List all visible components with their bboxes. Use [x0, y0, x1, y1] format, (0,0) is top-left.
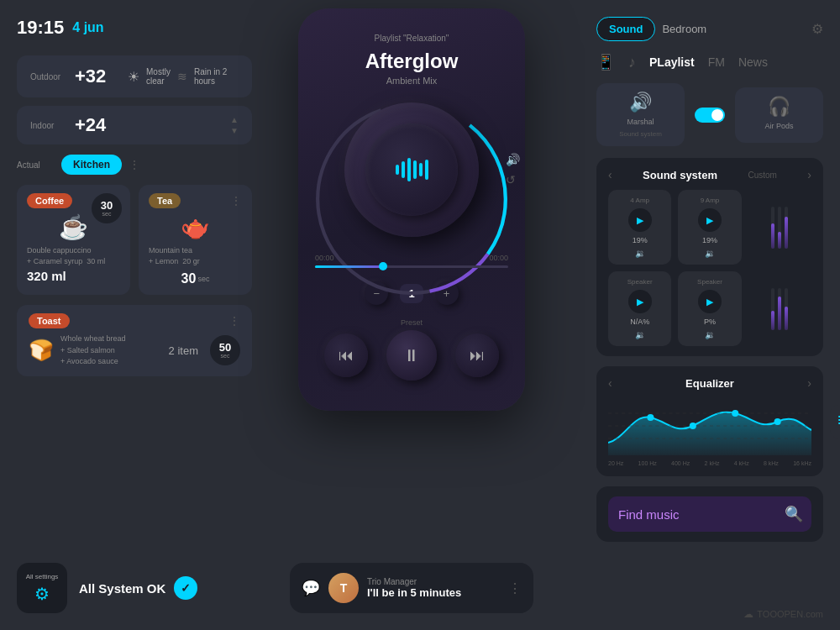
coffee-timer: 30 sec	[92, 193, 122, 223]
volume-icon[interactable]: 🔊	[506, 153, 520, 166]
vol-slider-2[interactable]	[778, 207, 781, 249]
vol-slider-5[interactable]	[778, 288, 781, 330]
watermark-text: TOOOPEN.com	[757, 609, 823, 619]
vol-slider-6[interactable]	[785, 288, 788, 330]
equalizer-card: ‹ Equalizer ›	[596, 366, 823, 476]
outdoor-label: Outdoor	[30, 72, 68, 81]
tab-fm[interactable]: FM	[708, 55, 725, 69]
progress-track[interactable]	[315, 265, 508, 268]
sound-system-header: ‹ Sound system Custom ›	[608, 168, 811, 181]
speaker2-play-button[interactable]: ▶	[698, 290, 722, 313]
amp2-vol-icon[interactable]: 🔉	[705, 249, 715, 258]
repeat-icon[interactable]: ↺	[506, 173, 520, 186]
left-panel: 19:15 4 jun Outdoor +32 ☀ Mostly clear ≋…	[17, 17, 252, 386]
tab-playlist[interactable]: PLaylist	[649, 55, 695, 69]
sound-header: Sound Bedroom ⚙	[596, 17, 823, 41]
room-menu-icon[interactable]: ⋮	[129, 158, 140, 171]
indoor-adjust[interactable]: ▲ ▼	[230, 115, 239, 135]
toast-badge[interactable]: Toast	[29, 313, 70, 328]
ok-badge: ✓	[174, 576, 197, 600]
tea-timer-num: 30	[181, 271, 197, 286]
amp1-label: 4 Amp	[630, 197, 649, 204]
volume-knob-area: 🔊 ↺	[315, 102, 508, 237]
vol-slider-1[interactable]	[771, 207, 774, 249]
all-settings-button[interactable]: All settings ⚙	[17, 563, 67, 613]
eq-label-1: 100 Hz	[638, 460, 657, 466]
coffee-timer-unit: sec	[102, 211, 112, 217]
chat-icon[interactable]: 💬	[302, 579, 320, 597]
gear-icon: ⚙	[34, 584, 50, 604]
amp2-play-button[interactable]: ▶	[698, 208, 722, 232]
bedroom-tab[interactable]: Bedroom	[662, 23, 706, 35]
eq-next-icon[interactable]: ›	[807, 376, 811, 390]
knob-outer[interactable]	[344, 102, 479, 237]
speaker2-vol-icon[interactable]: 🔉	[705, 330, 715, 339]
playback-controls: ⏮ ⏸ ⏭	[315, 330, 508, 381]
amp1-vol-icon[interactable]: 🔉	[635, 249, 645, 258]
indoor-weather-card: Indoor +24 ▲ ▼	[17, 106, 252, 144]
search-icon[interactable]: 🔍	[785, 505, 803, 523]
speaker2-label: Speaker	[697, 278, 722, 286]
rewind-button[interactable]: ⏮	[324, 333, 368, 377]
airpods-card: 🎧 Air Pods	[735, 87, 823, 143]
toast-menu-icon[interactable]: ⋮	[228, 314, 240, 328]
waveform-icon	[396, 157, 428, 182]
notif-menu-icon[interactable]: ⋮	[508, 580, 522, 596]
sound-system-next-icon[interactable]: ›	[807, 168, 811, 181]
play-pause-button[interactable]: ⏸	[386, 330, 437, 381]
outdoor-temp: +32	[75, 66, 121, 87]
vol-slider-3[interactable]	[785, 207, 788, 249]
sound-system-title: Sound system	[643, 169, 717, 181]
toast-header: Toast ⋮	[29, 313, 240, 328]
amp-grid: 4 Amp ▶ 19% 🔉 9 Amp ▶ 19% 🔉	[608, 190, 811, 265]
fast-forward-button[interactable]: ⏭	[455, 333, 499, 377]
airpods-icon: 🎧	[768, 96, 790, 118]
speaker1-play-button[interactable]: ▶	[628, 290, 652, 313]
vol-slider-4[interactable]	[771, 288, 774, 330]
toggle-track[interactable]	[695, 108, 725, 123]
find-music-card: 🔍	[596, 486, 823, 542]
notif-text: Trio Manager I'll be in 5 minutes	[367, 577, 500, 599]
sound-system-prev-icon[interactable]: ‹	[608, 168, 612, 181]
preset-label: Preset	[315, 318, 508, 327]
svg-point-8	[732, 410, 738, 417]
wind-icon: ≋	[177, 70, 187, 83]
vol-sliders-col1	[748, 190, 811, 265]
find-music-input[interactable]	[618, 507, 778, 522]
coffee-timer-num: 30	[101, 200, 113, 211]
tea-badge[interactable]: Tea	[149, 193, 181, 208]
coffee-amount: 320 ml	[27, 269, 120, 283]
sound-settings-icon[interactable]: ⚙	[811, 21, 823, 37]
food-cards: Coffee ⋮ ☕ Double cappuccino+ Caramel sy…	[17, 185, 252, 295]
marshal-name: Marshal	[627, 118, 654, 126]
tab-news[interactable]: News	[738, 55, 768, 69]
sound-system-preset: Custom	[748, 171, 776, 180]
amp1-play-button[interactable]: ▶	[628, 208, 652, 232]
temp-up-icon[interactable]: ▲	[230, 115, 239, 124]
eq-label-3: 2 kHz	[705, 460, 720, 466]
playlist-label: Playlist "Relaxation"	[315, 34, 508, 43]
eq-settings-button[interactable]	[830, 405, 840, 438]
toast-timer-unit: sec	[221, 353, 230, 359]
eq-label-5: 8 kHz	[764, 460, 779, 466]
device-toggle[interactable]	[695, 108, 725, 123]
temp-down-icon[interactable]: ▼	[230, 126, 239, 135]
time-display: 19:15	[17, 17, 64, 39]
marshal-card: 🔊 Marshal Sound system	[596, 83, 685, 146]
speaker2-pct: P%	[704, 318, 716, 326]
svg-point-7	[690, 423, 696, 429]
amp2-label: 9 Amp	[701, 197, 720, 204]
device-cards: 🔊 Marshal Sound system 🎧 Air Pods	[596, 83, 823, 146]
date-display: 4 jun	[72, 20, 103, 35]
coffee-badge[interactable]: Coffee	[27, 193, 72, 208]
toast-card: Toast ⋮ 🍞 Whole wheat bread+ Salted salm…	[17, 305, 252, 376]
knob-side-buttons: 🔊 ↺	[506, 153, 520, 186]
sound-tab[interactable]: Sound	[596, 17, 655, 41]
knob-inner	[365, 123, 458, 216]
eq-prev-icon[interactable]: ‹	[608, 376, 612, 390]
tea-menu-icon[interactable]: ⋮	[230, 194, 242, 207]
speaker-icon: 🔊	[629, 92, 652, 113]
kitchen-badge[interactable]: Kitchen	[61, 155, 122, 175]
speaker1-vol-icon[interactable]: 🔉	[635, 330, 645, 339]
amp1-unit: 4 Amp ▶ 19% 🔉	[608, 190, 671, 265]
